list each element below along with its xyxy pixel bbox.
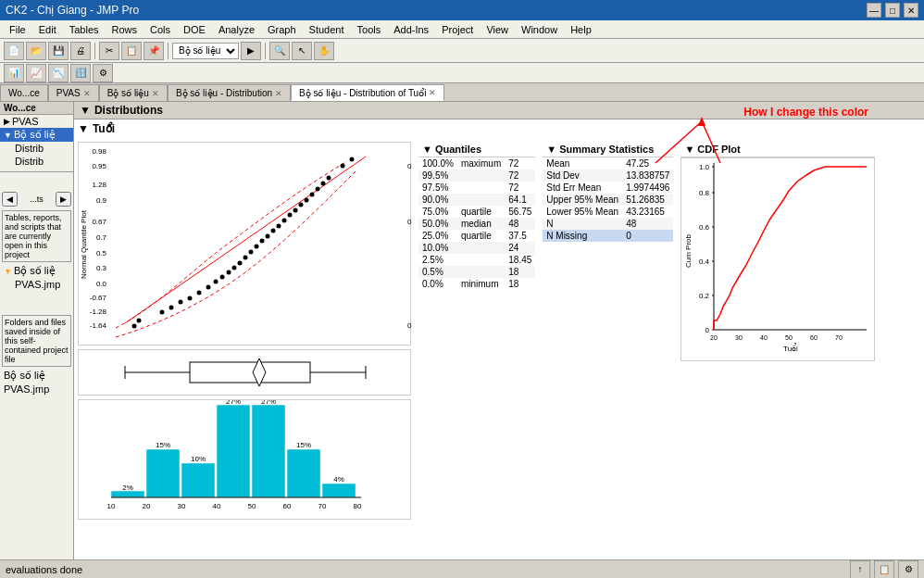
svg-text:0.2: 0.2 <box>699 292 710 300</box>
hand-button[interactable]: ✋ <box>314 42 334 60</box>
svg-point-32 <box>238 261 243 266</box>
pct-cell: 0.5% <box>418 266 457 278</box>
maximize-button[interactable]: □ <box>885 3 900 18</box>
val-cell: 48 <box>505 218 535 230</box>
svg-point-21 <box>137 319 142 323</box>
main-container: Wo...ce ▶ PVAS ▼ Bộ số liệ Distrib Distr… <box>0 102 924 559</box>
sidebar-item-bosolueu2[interactable]: ▼ Bộ số liệ <box>0 264 73 278</box>
status-btn2[interactable]: 📋 <box>874 560 894 579</box>
menu-bar: File Edit Tables Rows Cols DOE Analyze G… <box>0 20 924 39</box>
print-button[interactable]: 🖨 <box>70 42 91 60</box>
menu-cols[interactable]: Cols <box>144 22 176 37</box>
sep2 <box>168 43 169 59</box>
menu-graph[interactable]: Graph <box>262 22 302 37</box>
svg-text:-1.64: -1.64 <box>90 321 107 330</box>
sidebar-item-distrib1[interactable]: Distrib <box>0 142 73 155</box>
open-button[interactable]: 📂 <box>26 42 46 60</box>
pct-cell: 97.5% <box>418 182 457 194</box>
svg-point-25 <box>188 296 193 301</box>
status-btn1[interactable]: ↑ <box>850 560 870 579</box>
svg-point-39 <box>277 224 281 229</box>
svg-text:0.7: 0.7 <box>96 233 107 242</box>
svg-point-50 <box>350 157 355 162</box>
table-row: N 48 <box>543 218 673 230</box>
val-cell: 18.45 <box>505 254 535 266</box>
tab-workspace[interactable]: Wo...ce <box>0 84 48 101</box>
sidebar-item-pvasjmp2[interactable]: PVAS.jmp <box>0 383 73 396</box>
sidebar-item-pvas[interactable]: ▶ PVAS <box>0 115 73 128</box>
label-cell <box>457 254 505 266</box>
status-btn3[interactable]: ⚙ <box>898 560 918 579</box>
tab-distribution-tuoi[interactable]: Bộ số liệu - Distribution of Tuổi ✕ <box>291 84 444 101</box>
sidebar-item-pvasjmp[interactable]: PVAS.jmp <box>0 278 73 291</box>
menu-analyze[interactable]: Analyze <box>213 22 260 37</box>
menu-tools[interactable]: Tools <box>352 22 387 37</box>
val-cell: 24 <box>505 242 535 254</box>
svg-text:80: 80 <box>354 502 362 510</box>
sidebar-info2: Folders and files saved inside of this s… <box>2 315 71 367</box>
tab-distribution-tuoi-close[interactable]: ✕ <box>429 88 436 97</box>
menu-project[interactable]: Project <box>436 22 479 37</box>
copy-button[interactable]: 📋 <box>121 42 142 60</box>
sep3 <box>265 43 266 59</box>
menu-window[interactable]: Window <box>516 22 563 37</box>
tri-distributions: ▼ <box>80 104 91 117</box>
sidebar-item-distrib2[interactable]: Distrib <box>0 155 73 168</box>
save-button[interactable]: 💾 <box>48 42 69 60</box>
svg-point-47 <box>321 182 326 186</box>
nqp-container: 0.98 0.95 1.28 0.9 0.67 0.7 0.5 0.3 0.0 … <box>78 142 411 346</box>
tab-pvas-close[interactable]: ✕ <box>83 89 91 98</box>
svg-point-37 <box>266 234 270 239</box>
menu-doe[interactable]: DOE <box>178 22 211 37</box>
svg-rect-62 <box>181 463 215 497</box>
sidebar-bosolueu2-label: Bộ số liệ <box>14 265 56 277</box>
svg-point-41 <box>288 213 293 218</box>
sidebar-nav-left[interactable]: ◀ <box>2 192 18 207</box>
zoom-button[interactable]: 🔍 <box>269 42 290 60</box>
tb2-btn3[interactable]: 📉 <box>48 64 69 82</box>
svg-point-30 <box>227 270 231 275</box>
label-cell: quartile <box>457 206 505 218</box>
cdf-header: ▼ CDF Plot <box>681 142 875 157</box>
cdf-plot: 0 0.2 0.4 0.6 0.8 1.0 <box>681 157 875 361</box>
toolbar: 📄 📂 💾 🖨 ✂ 📋 📌 Bộ số liệu ▶ 🔍 ↖ ✋ <box>0 39 924 63</box>
tb2-btn1[interactable]: 📊 <box>4 64 24 82</box>
tab-bosolueu[interactable]: Bộ số liệu ✕ <box>99 84 168 101</box>
menu-view[interactable]: View <box>481 22 514 37</box>
cut-button[interactable]: ✂ <box>99 42 119 60</box>
tab-distribution-close[interactable]: ✕ <box>275 89 282 98</box>
label-cell: maximum <box>457 157 505 170</box>
svg-text:15%: 15% <box>156 441 170 449</box>
menu-help[interactable]: Help <box>565 22 597 37</box>
menu-addins[interactable]: Add-Ins <box>388 22 434 37</box>
menu-student[interactable]: Student <box>304 22 350 37</box>
run-button[interactable]: ▶ <box>241 42 261 60</box>
dataset-dropdown[interactable]: Bộ số liệu <box>172 43 239 59</box>
sidebar-nav-right[interactable]: ▶ <box>56 192 71 207</box>
minimize-button[interactable]: — <box>867 3 881 18</box>
menu-edit[interactable]: Edit <box>33 22 62 37</box>
tab-bosolueu-close[interactable]: ✕ <box>152 89 159 98</box>
menu-file[interactable]: File <box>4 22 31 37</box>
menu-tables[interactable]: Tables <box>64 22 105 37</box>
tb2-btn2[interactable]: 📈 <box>26 64 46 82</box>
tab-distribution[interactable]: Bộ số liệu - Distribution ✕ <box>168 84 291 101</box>
sidebar-distrib2-label: Distrib <box>15 156 44 167</box>
tab-pvas[interactable]: PVAS ✕ <box>48 84 99 101</box>
svg-point-43 <box>299 203 304 207</box>
sidebar-item-bosolueu3[interactable]: Bộ số liệ <box>0 369 73 383</box>
label-cell: median <box>457 218 505 230</box>
svg-point-22 <box>160 310 165 315</box>
tb2-btn4[interactable]: 🔢 <box>70 64 91 82</box>
new-button[interactable]: 📄 <box>4 42 24 60</box>
val-cell: 37.5 <box>505 230 535 242</box>
select-button[interactable]: ↖ <box>292 42 312 60</box>
cdf-svg: 0 0.2 0.4 0.6 0.8 1.0 <box>681 158 876 362</box>
table-row: Std Err Mean 1.9974496 <box>543 182 673 194</box>
paste-button[interactable]: 📌 <box>144 42 164 60</box>
summary-table: ▼ Summary Statistics Mean 47.25 Std Dev … <box>543 142 673 520</box>
menu-rows[interactable]: Rows <box>106 22 144 37</box>
tb2-btn5[interactable]: ⚙ <box>93 64 113 82</box>
sidebar-item-bosolueu[interactable]: ▼ Bộ số liệ <box>0 128 73 142</box>
close-button[interactable]: ✕ <box>904 3 918 18</box>
